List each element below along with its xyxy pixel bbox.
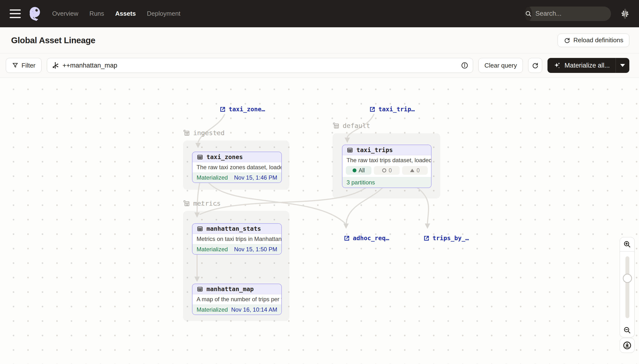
asset-group-icon	[183, 200, 190, 207]
zoom-in-button[interactable]	[620, 237, 635, 252]
external-link-icon	[219, 106, 226, 113]
filter-funnel-icon	[12, 62, 19, 69]
global-search[interactable]: /	[524, 6, 611, 21]
refresh-icon	[564, 37, 570, 44]
external-asset-adhoc-req[interactable]: adhoc_req…	[343, 234, 389, 242]
zoom-out-button[interactable]	[620, 323, 635, 338]
nav-runs[interactable]: Runs	[89, 10, 104, 18]
asset-description: A map of the number of trips per taxi z.…	[193, 294, 281, 304]
zoom-slider	[620, 252, 635, 323]
asset-description: The raw taxi zones dataset, loaded int..…	[193, 162, 281, 172]
status-badge: Materialized	[197, 306, 228, 313]
zoom-out-icon	[623, 326, 631, 334]
table-icon	[197, 154, 203, 160]
dagster-logo-icon[interactable]	[28, 6, 44, 22]
materialize-all-split-button: Materialize all...	[547, 58, 629, 73]
asset-description: The raw taxi trips dataset, loaded into …	[342, 155, 431, 166]
selection-syntax-icon	[52, 62, 59, 69]
partitions-materialized-pill[interactable]: All	[346, 166, 371, 175]
query-info-icon[interactable]	[461, 62, 468, 69]
top-bar: Overview Runs Assets Deployment /	[0, 0, 639, 27]
search-icon	[525, 7, 532, 21]
asset-description: Metrics on taxi trips in Manhattan	[193, 234, 281, 244]
zoom-controls	[620, 237, 635, 338]
table-icon	[347, 147, 353, 154]
download-icon	[622, 341, 632, 350]
chevron-down-icon	[620, 64, 625, 67]
asset-node-manhattan-stats[interactable]: manhattan_stats Metrics on taxi trips in…	[192, 223, 282, 255]
asset-selection-query	[47, 58, 473, 73]
triangle-icon	[410, 169, 414, 172]
page-header: Global Asset Lineage Reload definitions	[0, 27, 639, 53]
download-image-button[interactable]	[620, 338, 635, 353]
external-asset-taxi-zone[interactable]: taxi_zone…	[219, 106, 265, 113]
lineage-edges	[0, 78, 639, 364]
hamburger-menu-icon[interactable]	[10, 10, 21, 18]
asset-group-icon	[183, 129, 190, 136]
dagster-app: Overview Runs Assets Deployment /	[0, 0, 639, 364]
lineage-canvas[interactable]: ingested default metrics taxi_zone…	[0, 78, 639, 364]
materialize-options-caret[interactable]	[616, 58, 629, 73]
refresh-graph-button[interactable]	[528, 58, 542, 73]
asset-node-taxi-trips[interactable]: taxi_trips The raw taxi trips dataset, l…	[342, 144, 432, 188]
zoom-slider-track[interactable]	[625, 256, 629, 318]
partitions-failed-pill[interactable]: 0	[374, 166, 399, 175]
materialization-timestamp[interactable]: Nov 15, 1:50 PM	[234, 246, 277, 253]
asset-node-manhattan-map[interactable]: manhattan_map A map of the number of tri…	[192, 284, 282, 315]
asset-query-input[interactable]	[63, 62, 457, 69]
materialization-timestamp[interactable]: Nov 15, 1:46 PM	[234, 174, 277, 181]
reload-definitions-button[interactable]: Reload definitions	[558, 34, 629, 47]
materialize-all-button[interactable]: Materialize all...	[547, 58, 615, 73]
group-label-default[interactable]: default	[332, 122, 370, 130]
sparkle-icon	[553, 62, 561, 69]
external-link-icon	[343, 235, 350, 242]
empty-circle-icon	[382, 168, 387, 173]
external-asset-trips-by[interactable]: trips_by_…	[423, 234, 469, 242]
filter-button[interactable]: Filter	[6, 58, 42, 73]
nav-assets[interactable]: Assets	[115, 10, 136, 18]
materialized-dot-icon	[353, 168, 356, 172]
group-label-metrics[interactable]: metrics	[183, 200, 221, 207]
zoom-in-icon	[623, 240, 631, 248]
partitions-missing-pill[interactable]: 0	[402, 166, 428, 175]
page-title: Global Asset Lineage	[11, 36, 95, 45]
clear-query-button[interactable]: Clear query	[478, 58, 523, 73]
lineage-toolbar: Filter Clear query	[0, 53, 639, 78]
asset-node-taxi-zones[interactable]: taxi_zones The raw taxi zones dataset, l…	[192, 152, 282, 183]
partition-count: 3 partitions	[342, 177, 431, 188]
status-badge: Materialized	[197, 174, 228, 181]
search-shortcut-key: /	[624, 9, 626, 19]
nav-overview[interactable]: Overview	[52, 10, 78, 18]
table-icon	[197, 226, 203, 232]
refresh-icon	[531, 62, 539, 69]
materialization-timestamp[interactable]: Nov 16, 10:14 AM	[231, 306, 277, 313]
external-asset-taxi-trip[interactable]: taxi_trip…	[369, 106, 415, 113]
status-badge: Materialized	[197, 246, 228, 253]
table-icon	[197, 286, 203, 292]
external-link-icon	[369, 106, 376, 113]
zoom-slider-handle[interactable]	[623, 274, 632, 283]
primary-nav: Overview Runs Assets Deployment	[52, 10, 180, 18]
nav-deployment[interactable]: Deployment	[147, 10, 180, 18]
search-input[interactable]	[532, 10, 624, 18]
external-link-icon	[423, 235, 430, 242]
group-label-ingested[interactable]: ingested	[183, 129, 225, 136]
asset-group-icon	[332, 122, 340, 130]
